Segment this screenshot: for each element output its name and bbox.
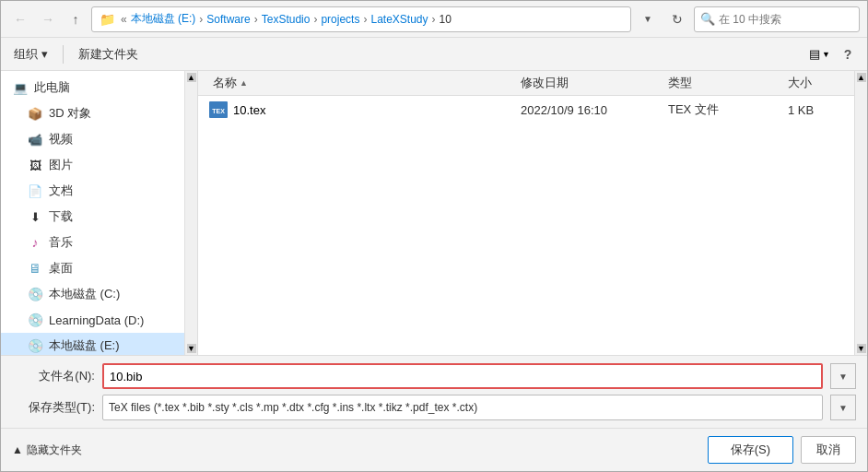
breadcrumb-arrow-2: ›: [254, 13, 258, 26]
main-content: 💻 此电脑 📦 3D 对象 📹 视频 🖼 图片 📄 文档 ⬇ 下载: [1, 71, 867, 355]
sidebar-item-3d[interactable]: 📦 3D 对象: [1, 100, 184, 126]
sidebar-scroll-down[interactable]: ▼: [187, 344, 196, 353]
breadcrumb-current: 10: [440, 13, 452, 26]
drive-d-icon: 💿: [27, 312, 43, 328]
back-button[interactable]: ←: [8, 7, 32, 31]
col-type-label: 类型: [668, 75, 692, 91]
file-name-cell: TEX 10.tex: [198, 100, 521, 119]
3d-objects-icon: 📦: [27, 105, 43, 122]
file-scroll-down[interactable]: ▼: [857, 344, 866, 353]
filename-row: 文件名(N): ▼: [12, 363, 856, 389]
sidebar-label-3d: 3D 对象: [49, 105, 91, 122]
breadcrumb-arrow-1: ›: [199, 13, 203, 26]
breadcrumb-dropdown-button[interactable]: ▼: [635, 6, 661, 32]
filetype-dropdown-button[interactable]: ▼: [830, 395, 856, 420]
sidebar-item-music[interactable]: ♪ 音乐: [1, 230, 184, 255]
sidebar-item-drive-c[interactable]: 💿 本地磁盘 (C:): [1, 281, 184, 307]
sidebar-item-computer[interactable]: 💻 此电脑: [1, 75, 184, 100]
new-folder-button[interactable]: 新建文件夹: [73, 43, 144, 65]
col-header-type[interactable]: 类型: [668, 75, 788, 91]
filetype-label: 保存类型(T):: [12, 399, 95, 416]
refresh-button[interactable]: ↻: [664, 6, 690, 32]
organize-button[interactable]: 组织 ▾: [8, 43, 53, 65]
drive-c-icon: 💿: [27, 286, 43, 302]
sidebar-item-video[interactable]: 📹 视频: [1, 126, 184, 152]
col-date-label: 修改日期: [521, 75, 569, 91]
desktop-icon: 🖥: [27, 260, 43, 277]
save-dialog: ← → ↑ 📁 « 本地磁盘 (E:) › Software › TexStud…: [0, 0, 868, 472]
image-icon: 🖼: [27, 157, 43, 173]
filetype-input[interactable]: [102, 395, 823, 420]
breadcrumb-sep: «: [121, 13, 127, 26]
search-box: 🔍: [694, 6, 860, 32]
sidebar-label-drive-e: 本地磁盘 (E:): [49, 337, 120, 354]
file-list: TEX 10.tex 2022/10/9 16:10 TEX 文件 1 KB: [198, 96, 854, 355]
svg-text:TEX: TEX: [212, 108, 225, 114]
view-controls: ▤ ▼ ?: [805, 42, 860, 66]
breadcrumb-projects[interactable]: projects: [321, 13, 359, 26]
organize-label: 组织 ▾: [14, 46, 48, 63]
breadcrumb-arrow-5: ›: [432, 13, 436, 26]
file-area: 名称 ▲ 修改日期 类型 大小: [198, 71, 854, 355]
sidebar-label-image: 图片: [49, 157, 73, 173]
hide-folder-label: 隐藏文件夹: [27, 442, 82, 458]
file-tex-icon: TEX: [209, 100, 228, 119]
hide-folder-toggle[interactable]: ▲ 隐藏文件夹: [12, 442, 82, 458]
col-header-name[interactable]: 名称 ▲: [198, 75, 521, 91]
filename-dropdown-button[interactable]: ▼: [830, 363, 856, 389]
breadcrumb-arrow-4: ›: [363, 13, 367, 26]
sidebar-scroll-up[interactable]: ▲: [187, 73, 196, 82]
up-button[interactable]: ↑: [64, 7, 88, 31]
sidebar-label-music: 音乐: [49, 234, 73, 251]
sidebar-label-video: 视频: [49, 131, 73, 148]
new-folder-label: 新建文件夹: [78, 46, 138, 63]
forward-button[interactable]: →: [36, 7, 60, 31]
file-date-cell: 2022/10/9 16:10: [521, 103, 668, 117]
breadcrumb-arrow-3: ›: [313, 13, 317, 26]
sidebar-item-drive-d[interactable]: 💿 LearningData (D:): [1, 307, 184, 333]
sidebar-item-document[interactable]: 📄 文档: [1, 178, 184, 204]
search-icon: 🔍: [700, 12, 715, 26]
sidebar-label-desktop: 桌面: [49, 260, 73, 277]
search-input[interactable]: [719, 13, 829, 26]
filename-input[interactable]: [102, 363, 823, 389]
sidebar-scrollbar[interactable]: ▲ ▼: [185, 71, 198, 355]
document-icon: 📄: [27, 183, 43, 199]
breadcrumb-bar: 📁 « 本地磁盘 (E:) › Software › TexStudio › p…: [91, 6, 631, 32]
col-header-size[interactable]: 大小: [788, 75, 854, 91]
help-button[interactable]: ?: [836, 42, 860, 66]
cancel-button[interactable]: 取消: [801, 436, 856, 464]
breadcrumb-latexstudy[interactable]: LateXStudy: [370, 13, 428, 26]
help-icon: ?: [844, 47, 852, 62]
sidebar-label-document: 文档: [49, 183, 73, 199]
file-scrollbar[interactable]: ▲ ▼: [854, 71, 867, 355]
toolbar: 组织 ▾ 新建文件夹 ▤ ▼ ?: [1, 38, 867, 71]
breadcrumb-texstudio[interactable]: TexStudio: [262, 13, 311, 26]
sidebar-item-desktop[interactable]: 🖥 桌面: [1, 255, 184, 281]
sidebar-item-image[interactable]: 🖼 图片: [1, 152, 184, 178]
music-icon: ♪: [27, 234, 43, 251]
view-button[interactable]: ▤ ▼: [805, 44, 834, 64]
save-button[interactable]: 保存(S): [708, 436, 793, 464]
sidebar-label-drive-c: 本地磁盘 (C:): [49, 286, 120, 302]
filename-label: 文件名(N):: [12, 368, 95, 384]
breadcrumb-folder-icon: 📁: [100, 12, 115, 27]
col-header-date[interactable]: 修改日期: [521, 75, 668, 91]
breadcrumb-drive-e[interactable]: 本地磁盘 (E:): [131, 11, 196, 27]
download-icon: ⬇: [27, 208, 43, 225]
sidebar-item-drive-e[interactable]: 💿 本地磁盘 (E:): [1, 333, 184, 355]
sidebar-label-drive-d: LearningData (D:): [49, 313, 144, 327]
sidebar: 💻 此电脑 📦 3D 对象 📹 视频 🖼 图片 📄 文档 ⬇ 下载: [1, 71, 185, 355]
file-type-cell: TEX 文件: [668, 101, 788, 118]
view-dropdown-icon: ▼: [822, 50, 830, 59]
sort-arrow: ▲: [240, 78, 248, 88]
table-row[interactable]: TEX 10.tex 2022/10/9 16:10 TEX 文件 1 KB: [198, 96, 854, 124]
computer-icon: 💻: [12, 79, 29, 96]
toolbar-divider: [63, 45, 64, 64]
sidebar-item-download[interactable]: ⬇ 下载: [1, 204, 184, 230]
file-name-text: 10.tex: [233, 103, 265, 117]
filetype-row: 保存类型(T): ▼: [12, 395, 856, 420]
breadcrumb-software[interactable]: Software: [206, 13, 250, 26]
bottom-section: 文件名(N): ▼ 保存类型(T): ▼: [1, 355, 867, 428]
file-scroll-up[interactable]: ▲: [857, 73, 866, 82]
